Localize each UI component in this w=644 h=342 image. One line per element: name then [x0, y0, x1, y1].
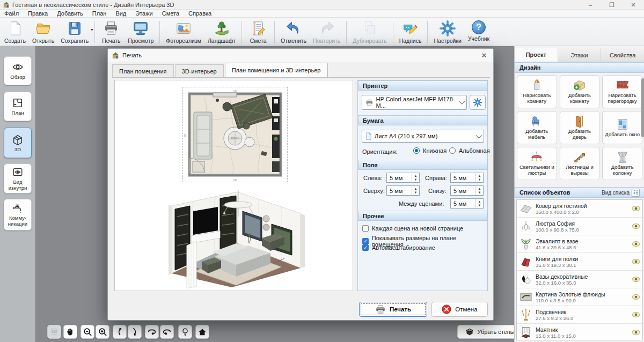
list-view-button[interactable] — [632, 189, 640, 197]
list-scrollbar[interactable] — [641, 78, 644, 137]
paper-select[interactable]: Лист A4 (210 x 297 мм) — [362, 130, 484, 143]
orientation-landscape[interactable]: Альбомная — [449, 147, 490, 154]
printer-select[interactable]: HP ColorLaserJet MFP M178-M... — [362, 95, 467, 110]
landscape-button[interactable]: Ландшафт — [204, 19, 239, 46]
list-item[interactable]: Маятник 15.0 x 11.0 x 15.0 — [517, 324, 642, 340]
print-button[interactable]: Печать — [98, 19, 125, 46]
tab-project[interactable]: Проект — [515, 48, 558, 62]
new-button[interactable]: Создать — [1, 19, 29, 46]
save-floppy-icon — [67, 20, 83, 36]
list-item[interactable]: Книги для полки 35.0 x 19.3 x 30.1 — [517, 253, 642, 271]
menu-estimate[interactable]: Смета — [162, 10, 179, 17]
settings-button[interactable]: Настройки — [430, 19, 465, 46]
menu-file[interactable]: Файл — [4, 10, 19, 17]
menu-plan[interactable]: План — [92, 10, 107, 17]
open-button[interactable]: Открыть — [29, 19, 57, 46]
draw-room-button[interactable]: Нарисовать комнату — [517, 75, 557, 108]
tab-3d-interior[interactable]: 3D-интерьер — [175, 64, 224, 77]
stairs-button[interactable]: Лестницы и вырезы — [560, 147, 600, 180]
annotation-button[interactable]: Надпись — [396, 19, 425, 46]
pan-button[interactable] — [63, 325, 77, 339]
list-item[interactable]: Вазы декоративные 32.0 x 16.0 x 35.0 — [517, 271, 642, 288]
lights-button[interactable]: Светильники и люстры — [517, 147, 557, 180]
menu-floors[interactable]: Этажи — [135, 10, 152, 17]
light-button[interactable] — [178, 325, 192, 339]
dialog-print-button[interactable]: Печать — [359, 302, 427, 317]
sidebar-item-3d[interactable]: 3D — [4, 128, 32, 158]
vases-icon — [520, 273, 532, 285]
object-list: Ковер для гостиной 350.0 x 400.0 x 2.0 Л… — [516, 199, 643, 340]
list-item[interactable]: Люстра София 100.0 x 90.8 x 75.0 — [517, 218, 642, 235]
margin-left-spinner[interactable]: 5 мм▲▼ — [386, 173, 420, 183]
visibility-eye-icon[interactable] — [632, 241, 640, 247]
menu-edit[interactable]: Правка — [28, 10, 48, 17]
add-column-button[interactable]: Добавить колонну — [602, 147, 642, 180]
remove-walls-button[interactable]: Убрать стены — [457, 325, 523, 339]
minimize-button[interactable]: – — [580, 0, 601, 10]
visibility-eye-icon[interactable] — [632, 223, 640, 229]
checkbox-autoscale[interactable]: ✓ Автомасштабирование — [362, 244, 435, 251]
tab-floor-plan[interactable]: План помещения — [112, 64, 174, 77]
tab-floors[interactable]: Этажи — [558, 48, 602, 62]
visibility-eye-icon[interactable] — [632, 205, 640, 212]
margin-bottom-spinner[interactable]: 5 мм▲▼ — [450, 185, 484, 196]
checkbox-icon[interactable] — [362, 225, 369, 232]
close-button[interactable]: ✕ — [623, 0, 644, 10]
sidebar-item-plan[interactable]: План — [4, 92, 32, 121]
list-item[interactable]: Ковер для гостиной 350.0 x 400.0 x 2.0 — [517, 200, 642, 218]
duplicate-icon — [362, 20, 378, 36]
visibility-eye-icon[interactable] — [632, 329, 640, 336]
photorealism-button[interactable]: Фотореализм — [163, 19, 204, 46]
menu-add[interactable]: Добавить — [57, 10, 83, 17]
estimate-button[interactable]: Смета — [245, 19, 272, 46]
undo-button[interactable]: Отменить — [277, 19, 310, 46]
visibility-eye-icon[interactable] — [632, 311, 640, 318]
dialog-close-icon[interactable]: ✕ — [479, 50, 489, 60]
menu-view[interactable]: Вид — [115, 10, 126, 17]
tab-properties[interactable]: Свойства — [601, 48, 644, 62]
estimate-icon — [250, 20, 266, 36]
draw-partition-button[interactable]: Нарисовать перегородку — [602, 75, 642, 108]
printer-settings-button[interactable] — [470, 95, 486, 110]
orientation-portrait[interactable]: Книжная — [413, 147, 447, 154]
save-button[interactable]: Сохранить ▾ — [57, 19, 92, 46]
add-window-button[interactable]: Добавить окно — [602, 111, 642, 144]
lights-icon — [530, 151, 544, 163]
zoom-in-button[interactable] — [96, 325, 109, 339]
radio-portrait[interactable] — [413, 147, 420, 154]
list-item[interactable]: Подсвечник 27.6 x 9.2 x 26.0 — [517, 306, 642, 324]
zoom-in-icon — [98, 327, 107, 337]
checkbox-scene-new-page[interactable]: Каждая сцена на новой странице — [362, 225, 463, 232]
restore-button[interactable]: ❐ — [601, 0, 623, 10]
add-door-button[interactable]: Добавить дверь — [560, 111, 600, 144]
add-furniture-button[interactable]: Добавить мебель — [517, 111, 557, 144]
list-item[interactable]: Картина Золотые флюиды 110.0 x 3.5 x 90.… — [517, 288, 642, 306]
save-dropdown-caret[interactable]: ▾ — [91, 27, 93, 32]
list-item[interactable]: Эвкалипт в вазе 41.6 x 39.6 x 48.6 — [517, 235, 642, 253]
orbit-right-button[interactable] — [160, 325, 174, 339]
sidebar-item-communications[interactable]: Комму-никации — [4, 199, 32, 231]
radio-landscape[interactable] — [449, 147, 456, 154]
menu-help[interactable]: Справка — [188, 10, 211, 17]
tab-plan-and-3d[interactable]: План помещения и 3D-интерьер — [225, 63, 328, 77]
margin-top-spinner[interactable]: 5 мм▲▼ — [386, 185, 420, 196]
home-view-button[interactable] — [195, 325, 209, 339]
margin-between-spinner[interactable]: 5 мм▲▼ — [450, 198, 484, 209]
add-room-button[interactable]: Добавить комнату — [560, 75, 600, 108]
visibility-eye-icon[interactable] — [632, 294, 640, 300]
tilt-down-button[interactable] — [128, 325, 142, 339]
tutorial-button[interactable]: ? Учебник — [465, 19, 493, 46]
checkbox-icon[interactable]: ✓ — [362, 244, 369, 251]
margin-right-spinner[interactable]: 5 мм▲▼ — [450, 173, 484, 183]
sidebar-item-interior-view[interactable]: Вид изнутри — [4, 163, 32, 194]
sidebar-item-overview[interactable]: Обзор — [4, 56, 32, 85]
chandelier-icon — [520, 220, 532, 232]
dialog-cancel-button[interactable]: Отмена — [431, 302, 488, 317]
tilt-up-button[interactable] — [113, 325, 127, 339]
checkbox-icon[interactable]: ✓ — [362, 238, 369, 244]
visibility-eye-icon[interactable] — [632, 258, 640, 265]
visibility-eye-icon[interactable] — [632, 276, 640, 282]
zoom-out-button[interactable] — [80, 325, 94, 339]
orbit-left-button[interactable] — [145, 325, 159, 339]
preview-button[interactable]: Просмотр — [125, 19, 157, 46]
